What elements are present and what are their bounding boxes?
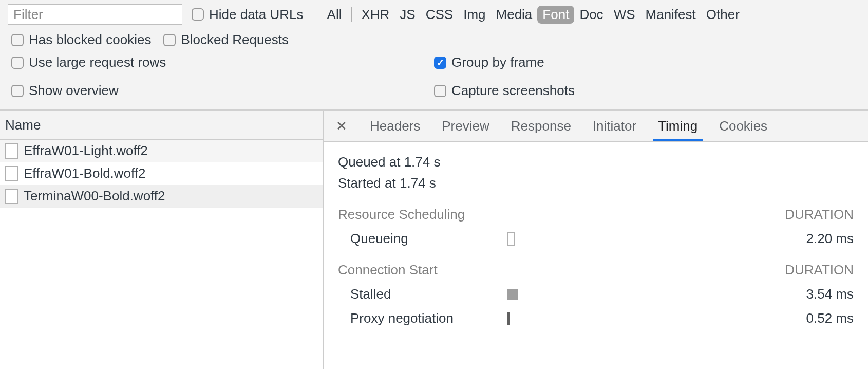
request-name: EffraW01-Light.woff2 bbox=[24, 143, 148, 159]
capture-screenshots-checkbox[interactable]: Capture screenshots bbox=[434, 83, 575, 99]
timing-bar bbox=[507, 312, 636, 325]
timing-row-name: Stalled bbox=[338, 286, 507, 302]
timing-section-title: Connection Start bbox=[338, 262, 438, 278]
type-filter-bar: All XHRJSCSSImgMediaFontDocWSManifestOth… bbox=[322, 6, 745, 24]
use-large-rows-checkbox[interactable]: Use large request rows bbox=[11, 54, 166, 70]
use-large-rows-label: Use large request rows bbox=[29, 54, 166, 70]
checkbox-icon bbox=[11, 34, 24, 46]
started-at-text: Started at 1.74 s bbox=[338, 175, 854, 191]
group-by-frame-checkbox[interactable]: ✓ Group by frame bbox=[434, 54, 544, 70]
hide-data-urls-checkbox[interactable]: Hide data URLs bbox=[192, 7, 304, 23]
name-column-header[interactable]: Name bbox=[0, 111, 323, 140]
blocked-requests-checkbox[interactable]: Blocked Requests bbox=[163, 32, 289, 48]
type-filter-doc[interactable]: Doc bbox=[574, 6, 608, 24]
type-filter-other[interactable]: Other bbox=[701, 6, 745, 24]
request-row[interactable]: EffraW01-Bold.woff2 bbox=[0, 162, 323, 185]
tab-timing[interactable]: Timing bbox=[657, 112, 699, 140]
type-filter-font[interactable]: Font bbox=[537, 6, 574, 24]
separator-icon bbox=[351, 7, 352, 22]
duration-header: DURATION bbox=[785, 207, 854, 223]
capture-screenshots-label: Capture screenshots bbox=[451, 83, 575, 99]
timing-row-value: 3.54 ms bbox=[636, 286, 854, 302]
has-blocked-cookies-label: Has blocked cookies bbox=[29, 32, 151, 48]
type-filter-ws[interactable]: WS bbox=[609, 6, 640, 24]
checkbox-icon bbox=[11, 85, 24, 97]
checkbox-icon bbox=[163, 34, 176, 46]
checkbox-icon bbox=[192, 8, 204, 21]
show-overview-label: Show overview bbox=[29, 83, 119, 99]
type-filter-css[interactable]: CSS bbox=[421, 6, 458, 24]
checkbox-icon: ✓ bbox=[434, 57, 446, 69]
type-filter-manifest[interactable]: Manifest bbox=[640, 6, 701, 24]
blocked-requests-label: Blocked Requests bbox=[181, 32, 289, 48]
queued-at-text: Queued at 1.74 s bbox=[338, 154, 854, 170]
timing-row: Proxy negotiation0.52 ms bbox=[338, 310, 854, 326]
type-filter-xhr[interactable]: XHR bbox=[356, 6, 394, 24]
filter-input[interactable] bbox=[8, 4, 182, 25]
timing-row-name: Proxy negotiation bbox=[338, 310, 507, 326]
tab-response[interactable]: Response bbox=[510, 112, 572, 140]
file-icon bbox=[5, 189, 18, 204]
show-overview-checkbox[interactable]: Show overview bbox=[11, 83, 119, 99]
tab-preview[interactable]: Preview bbox=[441, 112, 490, 140]
request-row[interactable]: EffraW01-Light.woff2 bbox=[0, 140, 323, 162]
has-blocked-cookies-checkbox[interactable]: Has blocked cookies bbox=[11, 32, 151, 48]
tab-cookies[interactable]: Cookies bbox=[718, 112, 768, 140]
bar-icon bbox=[507, 232, 515, 246]
hide-data-urls-label: Hide data URLs bbox=[209, 7, 304, 23]
checkbox-icon bbox=[11, 57, 24, 69]
request-name: EffraW01-Bold.woff2 bbox=[24, 165, 146, 181]
timing-row-value: 2.20 ms bbox=[636, 231, 854, 247]
request-name: TerminaW00-Bold.woff2 bbox=[24, 188, 165, 204]
type-filter-all[interactable]: All bbox=[322, 6, 347, 24]
bar-icon bbox=[507, 312, 510, 325]
timing-bar bbox=[507, 289, 636, 300]
timing-row-name: Queueing bbox=[338, 231, 507, 247]
file-icon bbox=[5, 143, 18, 159]
type-filter-media[interactable]: Media bbox=[491, 6, 538, 24]
tab-headers[interactable]: Headers bbox=[369, 112, 421, 140]
timing-row-value: 0.52 ms bbox=[636, 310, 854, 326]
timing-bar bbox=[507, 232, 636, 246]
duration-header: DURATION bbox=[785, 262, 854, 278]
timing-row: Stalled3.54 ms bbox=[338, 286, 854, 302]
timing-row: Queueing2.20 ms bbox=[338, 231, 854, 247]
timing-section-title: Resource Scheduling bbox=[338, 207, 465, 223]
close-icon[interactable]: ✕ bbox=[334, 118, 349, 134]
bar-icon bbox=[507, 289, 518, 300]
group-by-frame-label: Group by frame bbox=[451, 54, 544, 70]
request-row[interactable]: TerminaW00-Bold.woff2 bbox=[0, 185, 323, 208]
type-filter-img[interactable]: Img bbox=[458, 6, 490, 24]
tab-initiator[interactable]: Initiator bbox=[592, 112, 637, 140]
type-filter-js[interactable]: JS bbox=[394, 6, 420, 24]
checkbox-icon bbox=[434, 85, 446, 97]
file-icon bbox=[5, 166, 18, 181]
